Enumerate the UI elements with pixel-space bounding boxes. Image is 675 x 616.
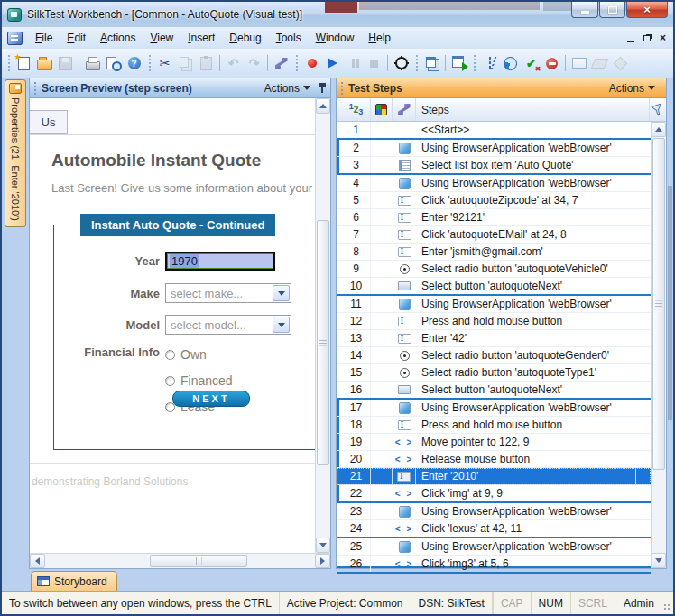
scroll-up-icon[interactable] xyxy=(316,98,330,114)
step-row[interactable]: 7Click 'autoquoteEMail' at 24, 8 xyxy=(337,226,651,244)
step-row[interactable]: 11Using BrowserApplication 'webBrowser' xyxy=(337,296,651,313)
screenshot-column[interactable] xyxy=(371,98,393,121)
step-row[interactable]: 15Select radio button 'autoquoteType1' xyxy=(337,364,651,382)
step-row[interactable]: 4Using BrowserApplication 'webBrowser' xyxy=(337,175,651,192)
preview-horizontal-scrollbar[interactable] xyxy=(30,553,330,568)
step-row[interactable]: 5Click 'autoquoteZipcode' at 34, 7 xyxy=(337,192,651,209)
preview-vertical-scrollbar[interactable] xyxy=(315,98,330,553)
step-row[interactable]: 3Select list box item 'Auto Quote' xyxy=(337,157,651,175)
preview-button[interactable] xyxy=(103,53,124,73)
step-row[interactable]: 24< >Click 'lexus' at 42, 11 xyxy=(337,520,651,538)
maximize-button[interactable] xyxy=(599,2,625,18)
mdi-close-icon[interactable]: × xyxy=(660,32,666,43)
step-row[interactable]: 9Select radio button 'autoquoteVehicle0' xyxy=(337,261,651,278)
open-button[interactable] xyxy=(34,53,55,73)
step-row[interactable]: 10Select button 'autoquoteNext' xyxy=(337,278,651,296)
new-button[interactable] xyxy=(14,53,34,73)
cut-button[interactable] xyxy=(154,53,175,73)
step-row[interactable]: 13Enter '42' xyxy=(337,330,651,347)
panel-grip[interactable] xyxy=(33,82,37,95)
steps-button[interactable] xyxy=(479,53,500,73)
toolbar-grip[interactable] xyxy=(6,55,11,71)
toolbar-grip[interactable] xyxy=(294,55,299,71)
menu-insert[interactable]: Insert xyxy=(180,29,222,47)
step-end-cell xyxy=(636,296,651,312)
textfield-icon xyxy=(398,420,411,430)
screen-preview-actions-menu[interactable]: Actions xyxy=(264,82,310,95)
step-row[interactable]: 8Enter 'jsmith@gmail.com' xyxy=(337,244,651,261)
disable-button[interactable] xyxy=(541,53,562,73)
close-button[interactable]: × xyxy=(626,2,668,18)
step-row[interactable]: 20< >Release mouse button xyxy=(337,451,651,468)
panel-grip[interactable] xyxy=(340,82,344,95)
flow-column[interactable] xyxy=(393,98,416,121)
menu-window[interactable]: Window xyxy=(309,29,362,47)
steps-vertical-scrollbar[interactable] xyxy=(651,122,666,568)
step-row[interactable]: 14Select radio button 'autoquoteGender0' xyxy=(337,347,651,364)
scroll-down-icon[interactable] xyxy=(652,553,666,568)
scroll-up-icon[interactable] xyxy=(652,122,666,137)
step-row[interactable]: 18Press and hold mouse button xyxy=(337,417,651,434)
steps-column[interactable]: Steps xyxy=(416,98,650,121)
record-button[interactable] xyxy=(301,53,322,73)
resize-grip[interactable] xyxy=(662,592,673,614)
step-number: 14 xyxy=(342,347,371,363)
mdi-minimize-icon[interactable] xyxy=(627,41,634,42)
print-icon xyxy=(85,56,101,71)
mdi-restore-icon[interactable] xyxy=(643,35,651,41)
scroll-right-icon[interactable] xyxy=(315,554,330,568)
menu-actions[interactable]: Actions xyxy=(93,29,143,47)
play-icon xyxy=(325,56,341,71)
minimize-button[interactable] xyxy=(571,2,598,18)
flow-button[interactable] xyxy=(271,53,291,73)
timer-button[interactable] xyxy=(500,53,521,73)
document-icon[interactable] xyxy=(7,32,23,45)
menu-tools[interactable]: Tools xyxy=(269,29,309,47)
storyboard-tab[interactable]: Storyboard xyxy=(31,571,117,591)
scrollbar-thumb[interactable] xyxy=(652,138,665,470)
copy-window-button[interactable] xyxy=(421,53,442,73)
scroll-left-icon[interactable] xyxy=(30,554,45,568)
step-row[interactable]: 2Using BrowserApplication 'webBrowser' xyxy=(337,140,651,157)
rect-button[interactable] xyxy=(569,53,589,73)
title-bar[interactable]: SilkTest Workbench - [Common - AutoQuote… xyxy=(2,2,673,27)
redo-icon xyxy=(246,56,263,71)
step-row[interactable]: 16Select button 'autoquoteNext' xyxy=(337,382,651,400)
step-row[interactable]: 12Press and hold mouse button xyxy=(337,313,651,330)
menu-file[interactable]: File xyxy=(28,29,60,47)
step-row[interactable]: 19< >Move pointer to 122, 9 xyxy=(337,434,651,451)
scrollbar-thumb[interactable] xyxy=(317,220,329,465)
play-button[interactable] xyxy=(322,53,343,73)
number-sort-column[interactable]: 123 xyxy=(342,98,371,121)
print-button[interactable] xyxy=(82,53,103,73)
step-text: Enter '42' xyxy=(416,330,636,346)
properties-tab[interactable]: Properties (21, Enter '2010') xyxy=(5,79,26,227)
filter-column[interactable] xyxy=(650,98,666,121)
screen-preview-header[interactable]: Screen Preview (step screen) Actions xyxy=(30,78,330,98)
menu-help[interactable]: Help xyxy=(361,29,398,47)
test-steps-header[interactable]: Test Steps Actions xyxy=(337,78,666,98)
verify-button[interactable] xyxy=(521,53,541,73)
toolbar-grip[interactable] xyxy=(472,55,476,71)
pin-icon[interactable] xyxy=(318,82,327,95)
export-window-button[interactable] xyxy=(448,53,469,73)
menu-debug[interactable]: Debug xyxy=(222,29,268,47)
test-steps-actions-menu[interactable]: Actions xyxy=(609,82,655,95)
step-row[interactable]: 22< >Click 'img' at 9, 9 xyxy=(337,485,651,503)
scroll-down-icon[interactable] xyxy=(316,538,330,553)
step-row[interactable]: 21Enter '2010' xyxy=(337,468,651,485)
target-button[interactable] xyxy=(391,53,411,73)
menu-view[interactable]: View xyxy=(143,29,180,47)
scrollbar-thumb[interactable] xyxy=(150,555,247,567)
menu-edit[interactable]: Edit xyxy=(60,29,93,47)
step-end-cell xyxy=(636,434,651,450)
step-row[interactable]: 23Using BrowserApplication 'webBrowser' xyxy=(337,503,651,520)
step-row[interactable]: 25Using BrowserApplication 'webBrowser' xyxy=(337,538,651,556)
toolbar-grip[interactable] xyxy=(414,55,419,71)
help-button[interactable] xyxy=(124,53,144,73)
dropdown-arrow-icon xyxy=(273,317,290,333)
toolbar-grip[interactable] xyxy=(147,55,152,71)
step-row[interactable]: 1<<Start>> xyxy=(337,122,651,140)
step-row[interactable]: 6Enter '92121' xyxy=(337,209,651,226)
step-row[interactable]: 17Using BrowserApplication 'webBrowser' xyxy=(337,400,651,417)
